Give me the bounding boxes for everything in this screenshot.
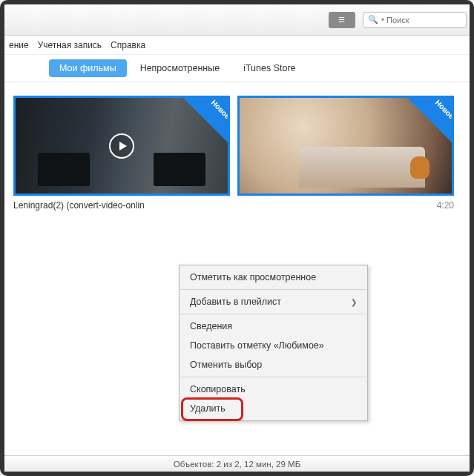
movies-row: Новое Leningrad(2) (convert-video-onlin … [13,96,461,211]
play-icon[interactable] [109,133,134,159]
ctx-copy[interactable]: Скопировать [180,380,367,399]
search-box[interactable]: 🔍 ▾ [363,12,467,28]
movie-card[interactable]: Новое Leningrad(2) (convert-video-onlin [13,96,230,211]
context-menu: Отметить как просмотренное Добавить в пл… [179,265,368,421]
ctx-label: Скопировать [190,384,246,394]
search-input[interactable] [386,16,461,24]
content-area: Новое Leningrad(2) (convert-video-onlin … [4,82,470,455]
movie-thumbnail[interactable]: Новое [237,96,454,196]
ctx-delete[interactable]: Удалить [180,399,367,418]
tab-itunes-store[interactable]: iTunes Store [233,59,306,77]
ctx-info[interactable]: Сведения [180,317,367,336]
chevron-right-icon: ❯ [351,298,357,306]
ctx-mark-favorite[interactable]: Поставить отметку «Любимое» [180,336,367,355]
movie-thumbnail[interactable]: Новое [13,96,230,196]
ctx-label: Поставить отметку «Любимое» [190,340,324,351]
movie-card[interactable]: Новое 4:20 [237,96,454,211]
tab-my-movies[interactable]: Мои фильмы [49,59,127,77]
menu-item-fragment[interactable]: ение [9,40,29,50]
ctx-label: Сведения [190,321,232,331]
ctx-label: Удалить [190,403,226,414]
ctx-deselect[interactable]: Отменить выбор [180,355,367,374]
ctx-add-playlist[interactable]: Добавить в плейлист ❯ [180,292,367,311]
status-text: Объектов: 2 из 2, 12 мин, 29 МБ [174,460,300,469]
movie-title: Leningrad(2) (convert-video-onlin [13,200,145,211]
separator [180,314,366,314]
movie-duration: 4:20 [437,200,454,211]
tabs-bar: Мои фильмы Непросмотренные iTunes Store [4,55,470,82]
search-icon: 🔍 [368,15,378,24]
app-window: — □ ✕ ☰ 🔍 ▾ ение Учетная запись Справка [4,4,470,472]
ctx-label: Добавить в плейлист [190,297,281,307]
separator [180,377,366,377]
chevron-down-icon: ▾ [381,16,384,23]
ctx-label: Отметить как просмотренное [190,272,316,282]
view-list-button[interactable]: ☰ [329,12,355,28]
status-bar: Объектов: 2 из 2, 12 мин, 29 МБ [4,455,470,472]
list-icon: ☰ [338,16,346,24]
title-bar: ☰ 🔍 ▾ [4,4,470,36]
ctx-label: Отменить выбор [190,360,262,370]
ctx-mark-watched[interactable]: Отметить как просмотренное [180,268,367,287]
separator [180,289,366,290]
menu-item-help[interactable]: Справка [111,40,145,50]
menu-item-account[interactable]: Учетная запись [38,40,102,50]
menu-bar: ение Учетная запись Справка [4,36,470,55]
tab-unwatched[interactable]: Непросмотренные [130,59,231,77]
